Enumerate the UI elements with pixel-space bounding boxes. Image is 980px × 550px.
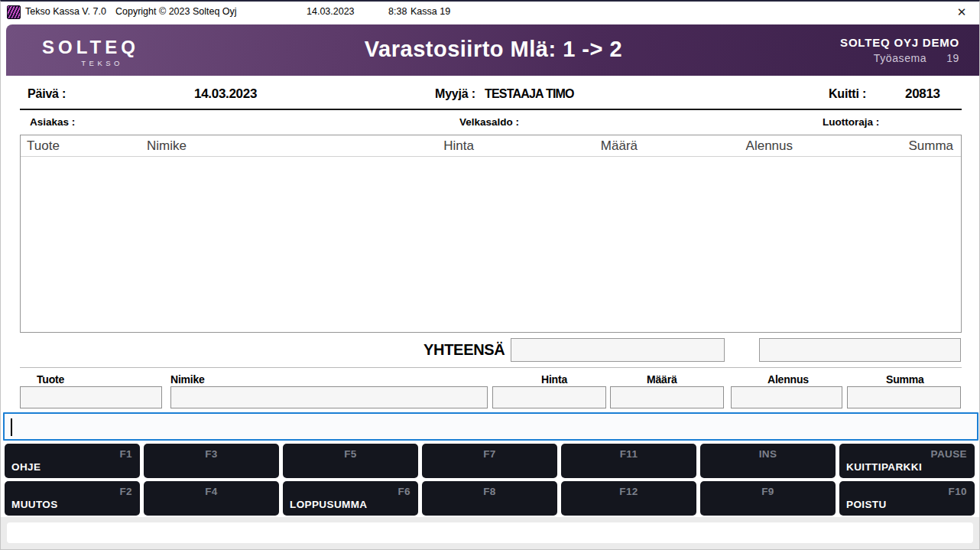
entry-separator-line	[20, 367, 962, 368]
fkey-action-label: POISTU	[846, 499, 887, 510]
entry-input-tuote[interactable]	[20, 386, 162, 408]
fkey-button-f3[interactable]: F3	[144, 444, 279, 478]
fkey-button-ins[interactable]: INS	[700, 444, 836, 478]
items-table: Tuote Nimike Hinta Määrä Alennus Summa	[20, 135, 962, 333]
status-bar	[7, 522, 973, 543]
fkey-button-f7[interactable]: F7	[422, 444, 557, 478]
fkey-key-label: F3	[144, 448, 279, 460]
app-window: Tekso Kassa V. 7.0 Copyright © 2023 Solt…	[0, 0, 980, 550]
entry-label-hinta: Hinta	[541, 373, 567, 386]
bottom-bar	[1, 517, 979, 550]
entry-label-alennus: Alennus	[767, 373, 809, 386]
fkey-button-f11[interactable]: F11	[561, 444, 696, 478]
command-input[interactable]	[3, 412, 978, 441]
fkey-button-f1-ohje[interactable]: F1 OHJE	[5, 444, 140, 478]
company-name: SOLTEQ OYJ DEMO	[840, 36, 959, 49]
entry-label-maara: Määrä	[647, 373, 677, 386]
fkey-button-f6-loppusumma[interactable]: F6 LOPPUSUMMA	[283, 481, 418, 516]
fkey-key-label: F12	[561, 486, 696, 497]
titlebar-time: 8:38	[388, 6, 407, 17]
entry-label-tuote: Tuote	[37, 373, 64, 386]
text-caret	[11, 418, 12, 436]
receipt-label: Kuitti :	[829, 87, 866, 101]
fkey-button-f2-muutos[interactable]: F2 MUUTOS	[5, 481, 140, 516]
entry-label-summa: Summa	[886, 373, 924, 386]
title-bar: Tekso Kassa V. 7.0 Copyright © 2023 Solt…	[1, 2, 979, 23]
column-header-nimike: Nimike	[147, 138, 187, 154]
titlebar-register: Kassa 19	[410, 6, 450, 17]
titlebar-date: 14.03.2023	[307, 6, 355, 17]
column-header-alennus: Alennus	[678, 138, 793, 154]
page-title: Varastosiirto Mlä: 1 -> 2	[6, 37, 980, 62]
header-right-block: SOLTEQ OYJ DEMO Työasema19	[840, 36, 959, 64]
entry-input-maara[interactable]	[610, 386, 724, 408]
fkey-key-label: F5	[283, 448, 418, 460]
credit-limit-label: Luottoraja :	[823, 116, 879, 128]
date-label: Päivä :	[28, 87, 66, 101]
receipt-number: 20813	[905, 86, 940, 102]
fkey-button-f8[interactable]: F8	[422, 481, 557, 516]
fkey-key-label: F11	[561, 448, 696, 460]
workstation-label: Työasema	[874, 52, 926, 64]
fkey-key-label: F8	[422, 486, 557, 497]
items-table-header: Tuote Nimike Hinta Määrä Alennus Summa	[21, 135, 961, 157]
fkey-button-pause-kuittiparkki[interactable]: PAUSE KUITTIPARKKI	[839, 444, 975, 478]
fkey-key-label: F2	[119, 486, 132, 497]
page-header: SOLTEQ TEKSO Varastosiirto Mlä: 1 -> 2 S…	[6, 24, 980, 76]
entry-input-alennus[interactable]	[731, 386, 842, 408]
customer-label: Asiakas :	[30, 116, 75, 128]
total-amount-field[interactable]	[511, 338, 725, 362]
fkey-key-label: F10	[949, 486, 967, 497]
seller-label: Myyjä :	[435, 87, 475, 101]
tekso-app-icon	[7, 5, 21, 19]
fkey-key-label: F1	[119, 448, 132, 460]
column-header-maara: Määrä	[542, 138, 638, 154]
fkey-key-label: F7	[422, 448, 557, 460]
fkey-key-label: PAUSE	[930, 448, 967, 460]
info-separator-line	[20, 109, 962, 110]
fkey-button-f5[interactable]: F5	[283, 444, 418, 478]
fkey-button-f10-poistu[interactable]: F10 POISTU	[839, 481, 975, 516]
fkey-button-f12[interactable]: F12	[561, 481, 696, 516]
fkey-action-label: LOPPUSUMMA	[290, 499, 368, 510]
fkey-key-label: INS	[700, 448, 836, 460]
fkey-button-f9[interactable]: F9	[700, 481, 836, 516]
workstation-number: 19	[946, 52, 959, 64]
date-value: 14.03.2023	[194, 86, 257, 102]
close-icon[interactable]: ✕	[950, 3, 973, 21]
fkey-key-label: F6	[398, 486, 410, 497]
column-header-hinta: Hinta	[378, 138, 474, 154]
total-label: YHTEENSÄ	[423, 341, 505, 359]
entry-input-summa[interactable]	[847, 386, 961, 408]
fkey-action-label: OHJE	[11, 461, 41, 473]
copyright-text: Copyright © 2023 Solteq Oyj	[115, 6, 237, 17]
fkey-button-f4[interactable]: F4	[144, 481, 279, 516]
seller-value: TESTAAJA TIMO	[485, 87, 574, 101]
app-title: Tekso Kassa V. 7.0	[25, 6, 106, 17]
fkey-action-label: KUITTIPARKKI	[846, 461, 922, 473]
debt-balance-label: Velkasaldo :	[459, 116, 519, 128]
total-secondary-field[interactable]	[759, 338, 961, 362]
fkey-key-label: F4	[144, 486, 279, 497]
column-header-tuote: Tuote	[27, 138, 60, 154]
entry-input-nimike[interactable]	[170, 386, 488, 408]
fkey-action-label: MUUTOS	[11, 499, 58, 510]
items-table-body	[21, 157, 961, 333]
entry-label-nimike: Nimike	[170, 373, 205, 386]
fkey-key-label: F9	[700, 486, 836, 497]
workstation-row: Työasema19	[840, 52, 959, 64]
entry-input-hinta[interactable]	[492, 386, 606, 408]
column-header-summa: Summa	[839, 138, 953, 154]
